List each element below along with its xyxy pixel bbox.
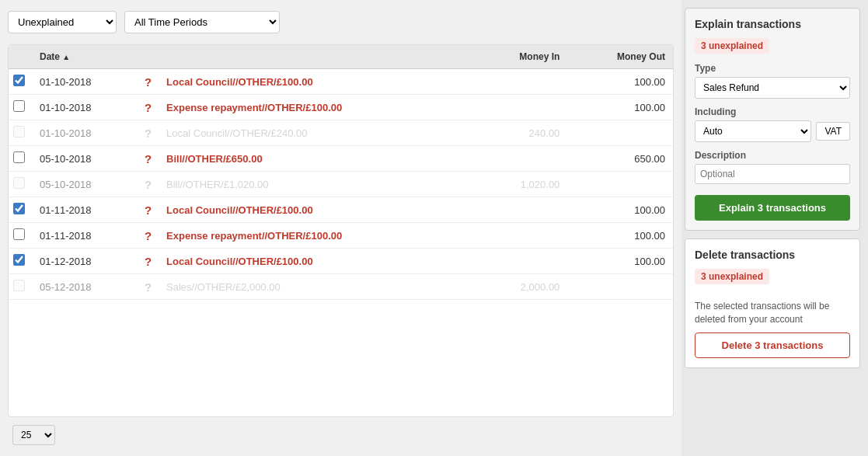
description-link[interactable]: Local Council//OTHER/£100.00	[166, 256, 313, 267]
money-in-cell	[475, 197, 567, 223]
table-row: 01-10-2018?Expense repayment//OTHER/£100…	[9, 95, 673, 120]
description-link[interactable]: Expense repayment//OTHER/£100.00	[166, 230, 342, 242]
money-in-cell	[475, 249, 567, 274]
money-out-cell: 100.00	[567, 223, 673, 249]
pagination-row: 25 10 50 100	[8, 417, 674, 448]
filter-row: Unexplained Explained All All Time Perio…	[8, 11, 674, 33]
explain-transactions-button[interactable]: Explain 3 transactions	[695, 195, 850, 221]
delete-unexplained-badge: 3 unexplained	[695, 269, 769, 284]
left-panel: Unexplained Explained All All Time Perio…	[0, 0, 682, 456]
checkbox-cell	[9, 249, 32, 274]
delete-transactions-button[interactable]: Delete 3 transactions	[695, 332, 850, 358]
description-field-group: Description	[695, 150, 850, 184]
checkbox-cell	[9, 274, 32, 300]
money-out-cell: 100.00	[567, 95, 673, 120]
money-out-cell: 100.00	[567, 69, 673, 95]
date-column-header[interactable]: Date ▲	[32, 45, 143, 69]
money-out-cell	[567, 120, 673, 146]
date-cell: 01-11-2018	[32, 223, 143, 249]
including-label: Including	[695, 106, 850, 117]
delete-panel-title: Delete transactions	[695, 249, 850, 261]
money-in-cell	[475, 95, 567, 120]
date-cell: 01-11-2018	[32, 197, 143, 223]
row-checkbox[interactable]	[13, 151, 25, 163]
question-icon[interactable]: ?	[143, 95, 159, 120]
table-row: 05-12-2018?Sales//OTHER/£2,000.002,000.0…	[9, 274, 673, 300]
row-checkbox[interactable]	[13, 75, 25, 86]
money-in-cell: 1,020.00	[475, 172, 567, 197]
explain-panel-title: Explain transactions	[695, 18, 850, 30]
money-in-cell	[475, 146, 567, 172]
description-cell: Expense repayment//OTHER/£100.00	[159, 95, 475, 120]
money-out-cell: 650.00	[567, 146, 673, 172]
type-field-group: Type Sales Refund Sales Payment Other	[695, 63, 850, 99]
checkbox-cell	[9, 146, 32, 172]
money-out-cell: 100.00	[567, 249, 673, 274]
row-checkbox[interactable]	[13, 126, 25, 137]
description-cell: Local Council//OTHER/£100.00	[159, 249, 475, 274]
money-in-cell	[475, 223, 567, 249]
description-cell: Local Council//OTHER/£100.00	[159, 69, 475, 95]
row-checkbox[interactable]	[13, 177, 25, 189]
money-in-cell: 2,000.00	[475, 274, 567, 300]
checkbox-cell	[9, 223, 32, 249]
description-link[interactable]: Bill//OTHER/£650.00	[166, 153, 263, 165]
type-select[interactable]: Sales Refund Sales Payment Other	[695, 77, 850, 99]
period-filter[interactable]: All Time Periods This Month Last Month T…	[124, 11, 280, 33]
table-row: 05-10-2018?Bill//OTHER/£650.00650.00	[9, 146, 673, 172]
money-in-cell: 240.00	[475, 120, 567, 146]
description-cell: Bill//OTHER/£650.00	[159, 146, 475, 172]
date-cell: 01-10-2018	[32, 120, 143, 146]
row-checkbox[interactable]	[13, 280, 25, 291]
transactions-table: Date ▲ Money In Money Out 01-10-2018?Loc…	[8, 44, 674, 417]
checkbox-cell	[9, 172, 32, 197]
question-icon[interactable]: ?	[143, 223, 159, 249]
description-cell: Local Council//OTHER/£100.00	[159, 197, 475, 223]
question-icon[interactable]: ?	[143, 146, 159, 172]
row-checkbox[interactable]	[13, 203, 25, 214]
explain-unexplained-badge: 3 unexplained	[695, 38, 769, 54]
money-out-column-header: Money Out	[567, 45, 673, 69]
including-field-group: Including Auto 20% VAT No VAT VAT	[695, 106, 850, 142]
description-input[interactable]	[695, 164, 850, 184]
description-cell: Expense repayment//OTHER/£100.00	[159, 223, 475, 249]
question-icon: ?	[143, 120, 159, 146]
type-label: Type	[695, 63, 850, 74]
sort-arrow-icon: ▲	[62, 53, 70, 61]
per-page-select[interactable]: 25 10 50 100	[12, 425, 55, 445]
table-row: 01-10-2018?Local Council//OTHER/£100.001…	[9, 69, 673, 95]
money-in-column-header: Money In	[475, 45, 567, 69]
table-row: 01-10-2018?Local Council//OTHER/£240.002…	[9, 120, 673, 146]
money-out-cell: 100.00	[567, 197, 673, 223]
row-checkbox[interactable]	[13, 100, 25, 112]
description-link[interactable]: Local Council//OTHER/£100.00	[166, 204, 313, 216]
vat-button[interactable]: VAT	[816, 122, 850, 141]
question-icon: ?	[143, 274, 159, 300]
table-row: 01-12-2018?Local Council//OTHER/£100.001…	[9, 249, 673, 274]
status-filter[interactable]: Unexplained Explained All	[8, 11, 117, 33]
description-cell: Sales//OTHER/£2,000.00	[159, 274, 475, 300]
date-cell: 05-10-2018	[32, 146, 143, 172]
checkbox-cell	[9, 69, 32, 95]
table-row: 01-11-2018?Expense repayment//OTHER/£100…	[9, 223, 673, 249]
table-row: 01-11-2018?Local Council//OTHER/£100.001…	[9, 197, 673, 223]
checkbox-cell	[9, 120, 32, 146]
delete-message: The selected transactions will be delete…	[695, 300, 850, 326]
delete-transactions-panel: Delete transactions 3 unexplained The se…	[685, 238, 860, 368]
description-link[interactable]: Local Council//OTHER/£100.00	[166, 76, 313, 88]
description-link[interactable]: Expense repayment//OTHER/£100.00	[166, 102, 342, 113]
question-icon[interactable]: ?	[143, 197, 159, 223]
checkbox-cell	[9, 95, 32, 120]
checkbox-cell	[9, 197, 32, 223]
question-icon[interactable]: ?	[143, 249, 159, 274]
right-panel: Explain transactions 3 unexplained Type …	[682, 0, 868, 456]
including-select[interactable]: Auto 20% VAT No VAT	[695, 120, 811, 142]
including-row: Auto 20% VAT No VAT VAT	[695, 120, 850, 142]
row-checkbox[interactable]	[13, 228, 25, 240]
question-icon[interactable]: ?	[143, 69, 159, 95]
question-icon: ?	[143, 172, 159, 197]
row-checkbox[interactable]	[13, 254, 25, 266]
description-column-header	[159, 45, 475, 69]
date-cell: 05-12-2018	[32, 274, 143, 300]
date-cell: 05-10-2018	[32, 172, 143, 197]
